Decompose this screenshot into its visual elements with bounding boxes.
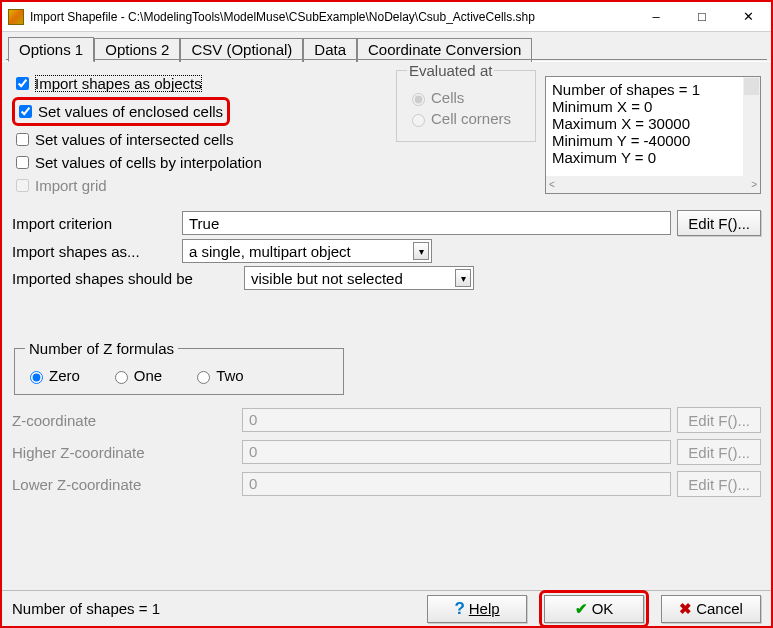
z-one-radio[interactable] [115,371,128,384]
eval-cells-label: Cells [431,89,464,106]
set-enclosed-checkbox[interactable] [19,105,32,118]
import-as-value: a single, multipart object [189,243,351,260]
set-intersected-checkbox[interactable] [16,133,29,146]
z-zero-label: Zero [49,367,80,384]
edit-f-z-button: Edit F()... [677,407,761,433]
import-as-combo[interactable]: a single, multipart object ▾ [182,239,432,263]
x-icon: ✖ [679,600,692,618]
shapefile-info-box: Number of shapes = 1 Minimum X = 0 Maxim… [545,76,761,194]
lower-z-label: Lower Z-coordinate [12,476,242,493]
tab-options-1[interactable]: Options 1 [8,37,94,62]
shapes-should-combo[interactable]: visible but not selected ▾ [244,266,474,290]
import-grid-label: Import grid [35,177,107,194]
z-coord-label: Z-coordinate [12,412,242,429]
info-scrollbar-h[interactable]: <> [546,176,760,193]
minimize-button[interactable]: – [633,2,679,32]
info-line: Number of shapes = 1 [552,81,754,98]
eval-corners-label: Cell corners [431,110,511,127]
maximize-button[interactable]: □ [679,2,725,32]
set-intersected-label: Set values of intersected cells [35,131,233,148]
z-one-label: One [134,367,162,384]
set-interp-checkbox[interactable] [16,156,29,169]
import-criterion-label: Import criterion [12,215,182,232]
shapes-should-value: visible but not selected [251,270,403,287]
status-text: Number of shapes = 1 [12,600,415,617]
help-button[interactable]: ? Help [427,595,527,623]
info-line: Minimum Y = -40000 [552,132,754,149]
eval-cells-radio [412,93,425,106]
import-grid-checkbox [16,179,29,192]
info-line: Minimum X = 0 [552,98,754,115]
z-formulas-legend: Number of Z formulas [25,340,178,357]
eval-corners-radio [412,114,425,127]
z-formulas-group: Number of Z formulas Zero One Two [14,340,344,395]
higher-z-input: 0 [242,440,671,464]
chevron-down-icon: ▾ [455,269,471,287]
help-icon: ? [454,599,464,619]
import-shapes-label: Import shapes as objects [35,75,202,92]
edit-f-hz-button: Edit F()... [677,439,761,465]
chevron-down-icon: ▾ [413,242,429,260]
evaluated-at-legend: Evaluated at [407,62,494,79]
info-scrollbar-v[interactable] [743,77,760,176]
info-line: Maximum Y = 0 [552,149,754,166]
lower-z-input: 0 [242,472,671,496]
info-line: Maximum X = 30000 [552,115,754,132]
shapes-should-label: Imported shapes should be [12,270,244,287]
check-icon: ✔ [575,600,588,618]
import-criterion-input[interactable] [182,211,671,235]
ok-button[interactable]: ✔ OK [544,595,644,623]
z-coord-input: 0 [242,408,671,432]
set-interp-label: Set values of cells by interpolation [35,154,262,171]
z-zero-radio[interactable] [30,371,43,384]
edit-f-lz-button: Edit F()... [677,471,761,497]
z-two-label: Two [216,367,244,384]
import-as-label: Import shapes as... [12,243,182,260]
set-enclosed-label: Set values of enclosed cells [38,103,223,120]
cancel-button[interactable]: ✖ Cancel [661,595,761,623]
window-title: Import Shapefile - C:\ModelingTools\Mode… [30,10,633,24]
import-shapes-checkbox[interactable] [16,77,29,90]
higher-z-label: Higher Z-coordinate [12,444,242,461]
edit-f-criterion-button[interactable]: Edit F()... [677,210,761,236]
close-button[interactable]: ✕ [725,2,771,32]
evaluated-at-group: Evaluated at Cells Cell corners [396,62,536,142]
z-two-radio[interactable] [197,371,210,384]
app-icon [8,9,24,25]
